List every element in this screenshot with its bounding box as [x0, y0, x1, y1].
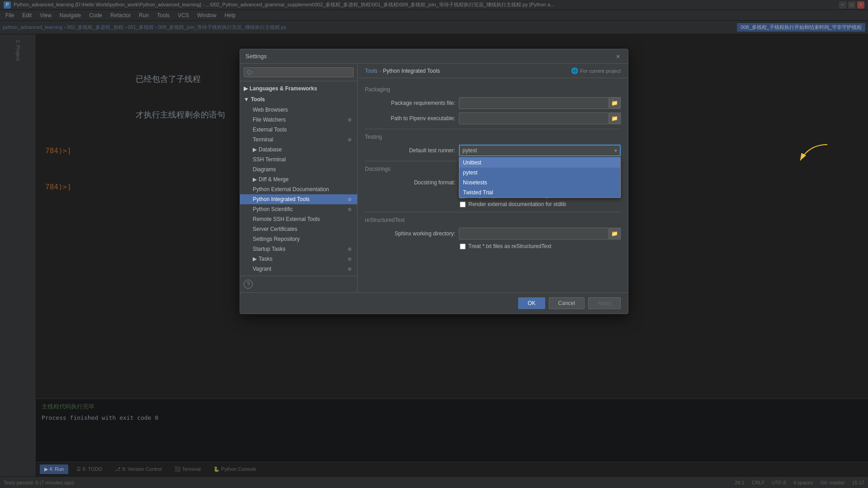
tree-languages-frameworks[interactable]: ▶ Languages & Frameworks: [240, 83, 357, 94]
dialog-close-btn[interactable]: ×: [613, 52, 623, 61]
tree-vagrant[interactable]: Vagrant ⚙: [240, 264, 357, 274]
tree-diagrams[interactable]: Diagrams: [240, 164, 357, 174]
tree-label-startup-tasks: Startup Tasks: [253, 246, 285, 252]
startup-tasks-icon: ⚙: [348, 247, 352, 252]
pipenv-browse-btn[interactable]: 📁: [609, 113, 621, 124]
dropdown-option-unittest[interactable]: Unittest: [459, 158, 620, 168]
requirements-input[interactable]: [459, 97, 609, 109]
tree-label-lang-frameworks: Languages & Frameworks: [250, 85, 317, 92]
breadcrumb-separator: ›: [379, 68, 381, 74]
tree-label-file-watchers: File Watchers: [253, 117, 286, 123]
render-external-checkbox[interactable]: [460, 202, 466, 207]
sphinx-row: Sphinx working directory: 📁: [365, 228, 621, 239]
file-watchers-icon: ⚙: [348, 117, 352, 122]
tree-label-python-scientific: Python Scientific: [253, 206, 293, 212]
breadcrumb-tools-link[interactable]: Tools: [365, 68, 377, 74]
breadcrumb-project: 🌐 For current project: [571, 67, 621, 74]
dropdown-option-twisted-trial[interactable]: Twisted Trial: [459, 188, 620, 197]
docstring-format-label: Docstring format:: [365, 179, 455, 186]
expand-arrow-lang: ▶: [244, 85, 248, 92]
settings-search-input[interactable]: [244, 67, 354, 77]
python-scientific-icon: ⚙: [348, 207, 352, 212]
tree-python-integrated-tools[interactable]: Python Integrated Tools ⚙: [240, 194, 357, 204]
breadcrumb-bar: Tools › Python Integrated Tools 🌐 For cu…: [358, 64, 628, 78]
requirements-input-group: 📁: [459, 97, 621, 109]
tree-terminal[interactable]: Terminal ⚙: [240, 135, 357, 145]
sphinx-label: Sphinx working directory:: [365, 230, 455, 237]
treat-txt-row: Treat *.txt files as reStructuredText: [365, 243, 621, 249]
apply-button[interactable]: Apply: [588, 297, 621, 309]
dropdown-option-nosetests[interactable]: Nosetests: [459, 178, 620, 188]
sphinx-browse-btn[interactable]: 📁: [609, 228, 621, 239]
tree-label-ssh-terminal: SSH Terminal: [253, 156, 286, 163]
ok-button[interactable]: OK: [518, 297, 545, 309]
settings-form: Packaging Package requirements file: 📁 P…: [358, 78, 628, 258]
expand-arrow-tools: ▼: [244, 96, 249, 103]
tree-settings-repo[interactable]: Settings Repository: [240, 234, 357, 244]
tree-python-scientific[interactable]: Python Scientific ⚙: [240, 204, 357, 214]
breadcrumb-current: Python Integrated Tools: [383, 68, 440, 74]
tree-startup-tasks[interactable]: Startup Tasks ⚙: [240, 244, 357, 254]
tree-tasks[interactable]: ▶ Tasks ⚙: [240, 254, 357, 264]
help-icon[interactable]: ?: [244, 280, 253, 289]
tree-python-ext-docs[interactable]: Python External Documentation: [240, 184, 357, 194]
tree-file-watchers[interactable]: File Watchers ⚙: [240, 115, 357, 125]
tree-label-remote-ssh: Remote SSH External Tools: [253, 216, 320, 222]
testing-section-title: Testing: [365, 134, 621, 140]
sphinx-input-group: 📁: [459, 228, 621, 239]
requirements-browse-btn[interactable]: 📁: [609, 97, 621, 109]
tree-ssh-terminal[interactable]: SSH Terminal: [240, 155, 357, 164]
tree-tools-header[interactable]: ▼ Tools: [240, 94, 357, 105]
rst-section-title: reStructuredText: [365, 217, 621, 223]
terminal-icon: ⚙: [348, 137, 352, 142]
render-external-label: Render external documentation for stdlib: [468, 201, 566, 207]
tree-label-diff-merge: Diff & Merge: [259, 176, 288, 183]
dialog-footer: OK Cancel Apply: [240, 292, 628, 314]
pipenv-input-group: 📁: [459, 113, 621, 124]
settings-tree-panel: ▶ Languages & Frameworks ▼ Tools Web Bro…: [240, 64, 358, 292]
expand-arrow-db: ▶: [253, 146, 257, 153]
tree-label-tasks: Tasks: [259, 256, 273, 262]
test-runner-row: Default test runner: pytest ▼ Unittest p…: [365, 145, 621, 156]
tree-label-python-ext-docs: Python External Documentation: [253, 186, 329, 192]
expand-arrow-diff: ▶: [253, 176, 257, 183]
dialog-body: ▶ Languages & Frameworks ▼ Tools Web Bro…: [240, 64, 628, 292]
requirements-label: Package requirements file:: [365, 100, 455, 106]
packaging-section-title: Packaging: [365, 86, 621, 93]
settings-content-panel: Tools › Python Integrated Tools 🌐 For cu…: [358, 64, 628, 292]
tree-label-tools: Tools: [251, 96, 265, 103]
treat-txt-checkbox[interactable]: [460, 244, 466, 249]
pipenv-label: Path to Pipenv executable:: [365, 115, 455, 122]
test-runner-dropdown-wrapper: pytest ▼ Unittest pytest Nosetests Twist…: [459, 145, 621, 156]
test-runner-label: Default test runner:: [365, 147, 455, 154]
tree-label-python-integrated-tools: Python Integrated Tools: [253, 196, 310, 202]
settings-tree: ▶ Languages & Frameworks ▼ Tools Web Bro…: [240, 81, 357, 276]
pipenv-input[interactable]: [459, 113, 609, 124]
tree-web-browsers[interactable]: Web Browsers: [240, 105, 357, 115]
vagrant-icon: ⚙: [348, 267, 352, 272]
tree-remote-ssh[interactable]: Remote SSH External Tools: [240, 214, 357, 224]
settings-search-area: [240, 64, 357, 81]
tree-label-vagrant: Vagrant: [253, 266, 271, 272]
treat-txt-label: Treat *.txt files as reStructuredText: [468, 243, 552, 249]
tree-database[interactable]: ▶ Database: [240, 145, 357, 155]
tree-server-certs[interactable]: Server Certificates: [240, 224, 357, 234]
tree-external-tools[interactable]: External Tools: [240, 125, 357, 135]
render-external-row: Render external documentation for stdlib: [365, 201, 621, 207]
python-integrated-tools-icon: ⚙: [348, 197, 352, 202]
tree-label-database: Database: [259, 146, 282, 153]
dialog-title: Settings: [245, 53, 613, 60]
test-runner-select[interactable]: pytest: [459, 145, 621, 156]
sphinx-input[interactable]: [459, 228, 609, 239]
tree-label-terminal: Terminal: [253, 136, 273, 143]
cancel-button[interactable]: Cancel: [549, 297, 585, 309]
dropdown-option-pytest[interactable]: pytest: [459, 168, 620, 178]
tree-label-server-certs: Server Certificates: [253, 226, 297, 232]
breadcrumb-project-label: For current project: [580, 68, 621, 74]
settings-dialog: Settings × ▶ Languages & Frameworks ▼ To…: [240, 49, 628, 314]
tasks-icon: ⚙: [348, 257, 352, 262]
tree-diff-merge[interactable]: ▶ Diff & Merge: [240, 174, 357, 184]
test-runner-dropdown-popup: Unittest pytest Nosetests Twisted Trial: [459, 157, 621, 198]
docstrings-divider: [365, 212, 621, 212]
expand-arrow-tasks: ▶: [253, 256, 257, 262]
